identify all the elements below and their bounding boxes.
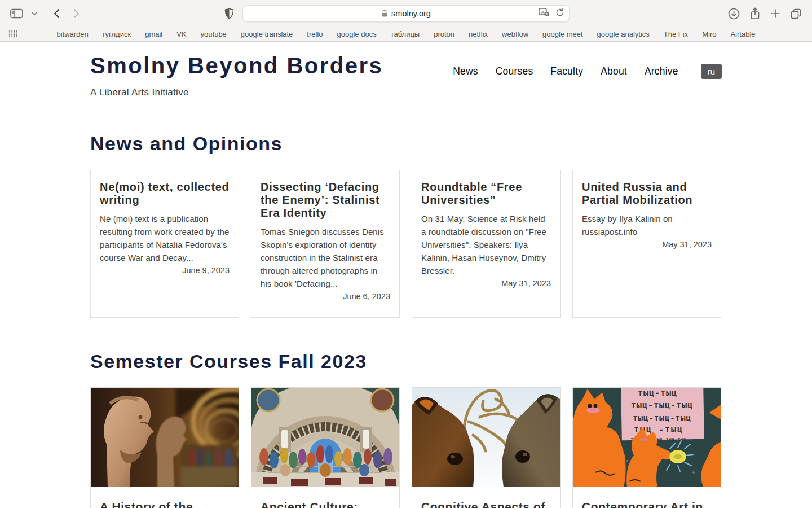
course-card-title: Ancient Culture: Polis <box>251 487 399 508</box>
browser-chrome: smolny.org A文 <box>0 0 812 42</box>
nav-link[interactable]: Archive <box>645 65 678 77</box>
bookmarks-bar: bitwardenгуглдискgmailVKyoutubegoogle tr… <box>0 27 812 42</box>
bookmark-item[interactable]: google meet <box>542 30 583 38</box>
bookmark-item[interactable]: google docs <box>337 30 377 38</box>
bookmark-item[interactable]: bitwarden <box>56 30 88 38</box>
news-card-title: Roundtable “Free Universities” <box>421 181 551 207</box>
site-title[interactable]: Smolny Beyond Borders <box>90 53 383 78</box>
news-card[interactable]: United Russia and Partial Mobilization E… <box>572 170 721 318</box>
news-card-date: June 9, 2023 <box>100 266 230 275</box>
site-subtitle: A Liberal Arts Initiative <box>90 87 383 98</box>
news-card-title: Dissecting ‘Defacing the Enemy’: Stalini… <box>261 181 390 220</box>
bookmark-item[interactable]: youtube <box>201 30 227 38</box>
svg-text:тыц-тыц-тыц: тыц-тыц-тыц <box>631 400 693 410</box>
bookmark-item[interactable]: netflix <box>469 30 488 38</box>
browser-toolbar: smolny.org A文 <box>0 0 812 27</box>
svg-text:文: 文 <box>545 12 549 16</box>
new-tab-icon[interactable] <box>770 8 780 19</box>
bookmark-item[interactable]: The Fix <box>664 30 688 38</box>
language-toggle-button[interactable]: ru <box>701 64 722 79</box>
nav-link[interactable]: About <box>601 65 627 77</box>
news-card-excerpt: On 31 May, Science at Risk held a roundt… <box>421 212 551 277</box>
bookmark-item[interactable]: google translate <box>241 30 293 38</box>
news-section-heading: News and Opinions <box>90 132 722 155</box>
news-card-excerpt: Essay by Ilya Kalinin on russiapost.info <box>582 212 712 238</box>
news-card-excerpt: Tomas Sniegon discusses Denis Skopin's e… <box>261 225 390 290</box>
news-card-title: United Russia and Partial Mobilization <box>582 181 712 207</box>
site-header: Smolny Beyond Borders A Liberal Arts Ini… <box>90 53 722 98</box>
bookmark-item[interactable]: таблицы <box>391 30 420 38</box>
url-text: smolny.org <box>391 9 431 18</box>
sidebar-chevron-down-icon[interactable] <box>32 12 37 16</box>
downloads-icon[interactable] <box>728 8 740 20</box>
news-card[interactable]: Roundtable “Free Universities” On 31 May… <box>412 170 561 318</box>
course-card[interactable]: A History of the World <box>90 387 239 508</box>
bookmark-item[interactable]: trello <box>307 30 323 38</box>
news-card-date: May 31, 2023 <box>421 279 551 288</box>
course-card-title: Cognitive Aspects of <box>412 487 560 508</box>
bookmark-item[interactable]: Miro <box>702 30 716 38</box>
bookmark-item[interactable]: proton <box>434 30 454 38</box>
page-content: Smolny Beyond Borders A Liberal Arts Ini… <box>0 42 812 508</box>
courses-grid: A History of the World <box>90 387 722 508</box>
course-card-title: A History of the World <box>91 487 239 508</box>
sidebar-toggle-icon[interactable] <box>10 8 24 19</box>
bookmark-item[interactable]: гуглдиск <box>103 30 131 38</box>
reload-icon[interactable] <box>555 8 564 17</box>
translate-icon[interactable]: A文 <box>539 8 550 17</box>
forward-button[interactable] <box>73 8 80 19</box>
bookmark-item[interactable]: Airtable <box>730 30 755 38</box>
address-bar[interactable]: smolny.org A文 <box>242 5 570 22</box>
nav-link[interactable]: Faculty <box>550 65 583 77</box>
main-nav: NewsCoursesFacultyAboutArchive ru <box>453 63 722 80</box>
course-image-deer-stags <box>412 388 560 487</box>
news-card-date: May 31, 2023 <box>582 240 712 249</box>
favorites-grid-icon[interactable] <box>8 30 18 38</box>
news-card-date: June 6, 2023 <box>261 292 390 301</box>
news-card[interactable]: Ne(moi) text, collected writing Ne (moi)… <box>90 170 239 318</box>
nav-link[interactable]: Courses <box>496 65 533 77</box>
course-card[interactable]: Ancient Culture: Polis <box>251 387 400 508</box>
news-card-title: Ne(moi) text, collected writing <box>100 181 230 207</box>
tab-overview-icon[interactable] <box>790 8 802 20</box>
course-image-roman-busts <box>91 388 239 487</box>
course-card-title: Contemporary Art in <box>573 487 721 508</box>
bookmark-item[interactable]: VK <box>176 30 186 38</box>
news-card-excerpt: Ne (moi) text is a publication resulting… <box>100 212 230 264</box>
course-card[interactable]: Cognitive Aspects of <box>412 387 561 508</box>
svg-text:тыц-тыц: тыц-тыц <box>638 388 677 398</box>
lock-icon <box>381 10 388 17</box>
share-icon[interactable] <box>749 7 761 20</box>
news-grid: Ne(moi) text, collected writing Ne (moi)… <box>90 170 722 318</box>
course-card[interactable]: тыц-тыц тыц-тыц-тыц тыц-тыц-тыц тыц -тыц… <box>572 387 721 508</box>
svg-text:тыц-тыц-тыц: тыц-тыц-тыц <box>633 413 691 422</box>
privacy-shield-icon[interactable] <box>224 8 234 19</box>
bookmark-item[interactable]: webflow <box>502 30 528 38</box>
courses-section-heading: Semester Courses Fall 2023 <box>90 350 722 373</box>
svg-text:A: A <box>541 10 545 15</box>
course-image-school-of-athens <box>251 388 399 487</box>
nav-link[interactable]: News <box>453 65 478 77</box>
back-button[interactable] <box>53 8 60 19</box>
news-card[interactable]: Dissecting ‘Defacing the Enemy’: Stalini… <box>251 170 400 318</box>
bookmark-item[interactable]: google analytics <box>597 30 650 38</box>
bookmark-item[interactable]: gmail <box>145 30 162 38</box>
course-image-tyts-painting: тыц-тыц тыц-тыц-тыц тыц-тыц-тыц тыц -тыц… <box>573 388 721 487</box>
